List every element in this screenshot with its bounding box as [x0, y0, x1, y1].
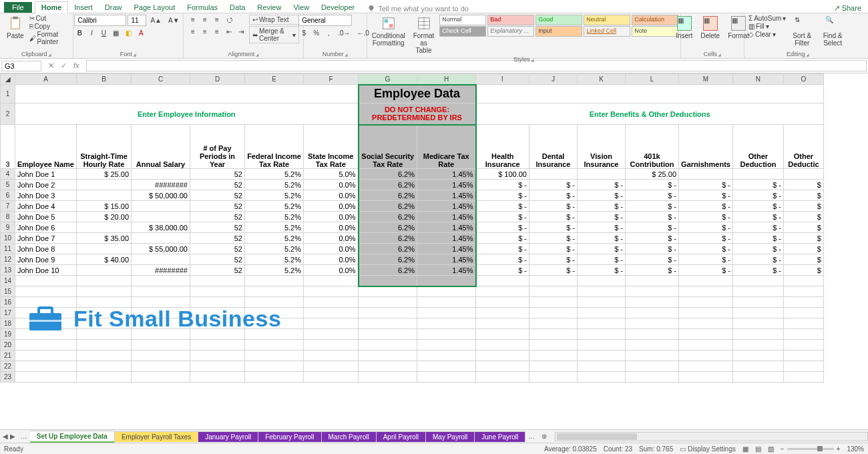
- paste-button[interactable]: Paste: [4, 15, 27, 41]
- tab-review[interactable]: Review: [251, 2, 287, 13]
- underline-button[interactable]: U: [98, 28, 109, 38]
- table-row[interactable]: 4John Doe 1$ 25.00525.2%5.0%6.2%1.45%$ 1…: [1, 169, 824, 180]
- hdr-name[interactable]: Employee Name: [15, 125, 77, 169]
- table-row[interactable]: 11John Doe 8$ 55,000.00525.2%0.0%6.2%1.4…: [1, 244, 824, 254]
- row-3[interactable]: 3 Employee Name Straight-Time Hourly Rat…: [1, 125, 824, 169]
- col-K[interactable]: K: [578, 74, 626, 85]
- tab-formulas[interactable]: Formulas: [181, 2, 224, 13]
- hdr-rate[interactable]: Straight-Time Hourly Rate: [77, 125, 132, 169]
- align-right-button[interactable]: ≡: [212, 27, 222, 37]
- table-row[interactable]: 20: [1, 340, 824, 351]
- borders-button[interactable]: ▦: [110, 28, 122, 38]
- inc-decimal-button[interactable]: .0→: [335, 28, 353, 38]
- table-row[interactable]: 12John Doe 9$ 40.00525.2%0.0%6.2%1.45%$ …: [1, 254, 824, 265]
- row-1[interactable]: 1 Employee Data: [1, 85, 824, 103]
- enter-fx-button[interactable]: ✓: [58, 60, 69, 71]
- sheet-more-left[interactable]: …: [18, 433, 30, 440]
- new-sheet-button[interactable]: ⊕: [537, 433, 551, 440]
- hdr-dental[interactable]: Dental Insurance: [529, 125, 578, 169]
- style-checkcell[interactable]: Check Cell: [439, 26, 486, 37]
- style-explanatory[interactable]: Explanatory ...: [487, 26, 534, 37]
- fill-color-button[interactable]: ◧: [123, 28, 134, 38]
- merge-center-button[interactable]: ⬌ Merge & Center ▾: [249, 26, 299, 43]
- share-button[interactable]: ↗ Share: [834, 4, 861, 13]
- clear-button[interactable]: ◇ Clear ▾: [748, 31, 786, 38]
- sheet-tab-mar[interactable]: March Payroll: [322, 431, 377, 442]
- sheet-more-right[interactable]: …: [525, 433, 537, 440]
- style-linkedcell[interactable]: Linked Cell: [584, 26, 630, 37]
- align-bottom-button[interactable]: ≡: [212, 15, 222, 25]
- sheet-tab-jun[interactable]: June Payroll: [475, 431, 525, 442]
- conditional-formatting-button[interactable]: Conditional Formatting: [369, 15, 408, 48]
- sheet-tab-feb[interactable]: February Payroll: [258, 431, 321, 442]
- sheet-tab-may[interactable]: May Payroll: [426, 431, 475, 442]
- inc-indent-button[interactable]: ⇥: [236, 27, 246, 37]
- col-A[interactable]: A: [15, 74, 77, 85]
- col-C[interactable]: C: [132, 74, 190, 85]
- tab-file[interactable]: File: [4, 2, 32, 13]
- sheet-tab-setup[interactable]: Set Up Employee Data: [30, 431, 115, 443]
- col-L[interactable]: L: [626, 74, 679, 85]
- display-settings-button[interactable]: ▭ Display Settings: [680, 445, 735, 453]
- hdr-salary[interactable]: Annual Salary: [132, 125, 190, 169]
- col-H[interactable]: H: [417, 74, 476, 85]
- fill-button[interactable]: ▥ Fill ▾: [748, 23, 786, 30]
- align-left-button[interactable]: ≡: [188, 27, 198, 37]
- tab-home[interactable]: Home: [35, 1, 69, 13]
- table-row[interactable]: 21: [1, 351, 824, 361]
- align-middle-button[interactable]: ≡: [200, 15, 210, 25]
- view-normal-button[interactable]: ▦: [742, 445, 748, 453]
- style-good[interactable]: Good: [535, 15, 582, 25]
- table-row[interactable]: 23: [1, 372, 824, 383]
- font-size-select[interactable]: [128, 15, 146, 26]
- table-row[interactable]: 8John Doe 5$ 20.00525.2%0.0%6.2%1.45%$ -…: [1, 212, 824, 222]
- tab-draw[interactable]: Draw: [99, 2, 128, 13]
- find-select-button[interactable]: 🔍Find & Select: [818, 15, 847, 48]
- cut-button[interactable]: ✂ Cut: [29, 15, 69, 22]
- style-bad[interactable]: Bad: [487, 15, 534, 25]
- col-G[interactable]: G: [359, 74, 417, 85]
- view-pagebreak-button[interactable]: ▧: [768, 445, 774, 453]
- hdr-garn[interactable]: Garnishments: [679, 125, 733, 169]
- sheet-nav[interactable]: ◀ ▶: [0, 433, 18, 440]
- tab-view[interactable]: View: [287, 2, 315, 13]
- hdr-periods[interactable]: # of Pay Periods in Year: [190, 125, 245, 169]
- hdr-od2[interactable]: Other Deductic: [783, 125, 823, 169]
- style-calculation[interactable]: Calculation: [632, 15, 678, 25]
- col-E[interactable]: E: [245, 74, 304, 85]
- table-row[interactable]: 6John Doe 3$ 50,000.00525.2%0.0%6.2%1.45…: [1, 190, 824, 201]
- table-row[interactable]: 7John Doe 4$ 15.00525.2%0.0%6.2%1.45%$ -…: [1, 201, 824, 212]
- align-top-button[interactable]: ≡: [188, 15, 198, 25]
- italic-button[interactable]: I: [86, 28, 97, 38]
- dec-indent-button[interactable]: ⇤: [224, 27, 234, 37]
- row-2[interactable]: 2 Enter Employee Information DO NOT CHAN…: [1, 103, 824, 125]
- hdr-health[interactable]: Health Insurance: [476, 125, 529, 169]
- table-row[interactable]: 5John Doe 2########525.2%0.0%6.2%1.45%$ …: [1, 180, 824, 190]
- hdr-fed[interactable]: Federal Income Tax Rate: [245, 125, 304, 169]
- name-box[interactable]: [1, 61, 41, 71]
- title-cell[interactable]: Employee Data: [359, 85, 476, 103]
- copy-button[interactable]: ⎘ Copy: [29, 23, 69, 30]
- accounting-button[interactable]: $: [298, 28, 309, 38]
- table-row[interactable]: 22: [1, 361, 824, 372]
- table-row[interactable]: 14: [1, 276, 824, 286]
- wrap-text-button[interactable]: ↩ Wrap Text: [249, 15, 299, 25]
- cancel-fx-button[interactable]: ✕: [45, 60, 57, 71]
- col-B[interactable]: B: [77, 74, 132, 85]
- font-name-select[interactable]: [74, 15, 126, 26]
- table-row[interactable]: 9John Doe 6$ 38,000.00525.2%0.0%6.2%1.45…: [1, 222, 824, 233]
- sort-filter-button[interactable]: ⇅Sort & Filter: [789, 15, 815, 48]
- hdr-state[interactable]: State Income Tax Rate: [304, 125, 359, 169]
- style-note[interactable]: Note: [632, 26, 678, 37]
- hdr-od1[interactable]: Other Deduction: [732, 125, 783, 169]
- table-row[interactable]: 15: [1, 286, 824, 297]
- cell-styles-gallery[interactable]: Normal Bad Good Neutral Calculation Chec…: [439, 15, 678, 37]
- format-as-table-button[interactable]: Format as Table: [411, 15, 437, 55]
- style-normal[interactable]: Normal: [439, 15, 486, 25]
- tell-me[interactable]: Tell me what you want to do: [367, 5, 469, 13]
- tab-developer[interactable]: Developer: [315, 2, 361, 13]
- sheet-tab-employer-taxes[interactable]: Employer Payroll Taxes: [115, 431, 198, 442]
- tab-pagelayout[interactable]: Page Layout: [128, 2, 181, 13]
- increase-font-button[interactable]: A▲: [148, 15, 164, 25]
- percent-button[interactable]: %: [310, 28, 322, 38]
